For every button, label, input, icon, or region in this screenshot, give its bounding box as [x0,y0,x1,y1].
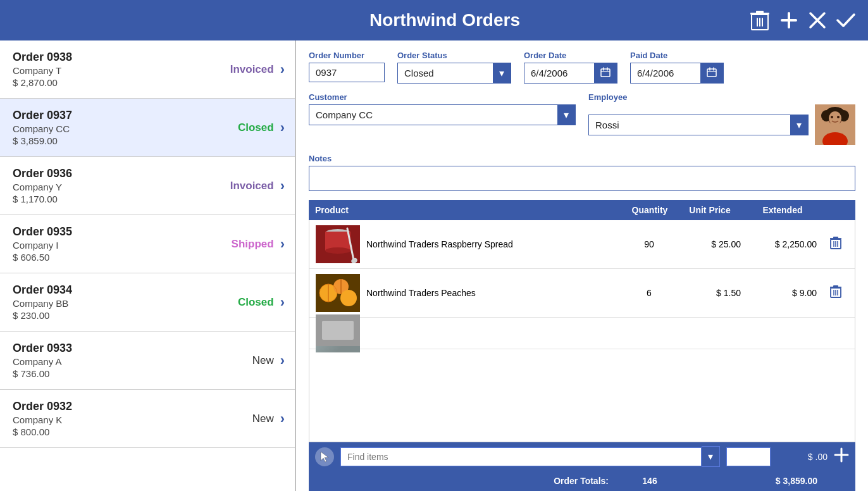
order-status-wrapper: ▾ [397,63,511,84]
chevron-right-icon: › [280,411,285,427]
product-extended: $ 2,250.00 [747,239,823,249]
order-status-dropdown[interactable]: ▾ [493,63,511,83]
order-amount: $ 736.00 [13,368,217,379]
product-quantity: 6 [621,288,678,298]
add-item-row: ▾ $ .00 [309,442,855,471]
chevron-right-icon: › [280,352,285,369]
order-list-item[interactable]: Order 0933 Company A $ 736.00 New › [0,332,295,390]
order-list-item[interactable]: Order 0938 Company T $ 2,870.00 Invoiced… [0,40,295,99]
employee-photo [815,104,855,145]
delete-row-button[interactable] [830,236,841,253]
svg-rect-36 [833,237,838,239]
customer-wrapper: ▾ [309,104,576,125]
customer-input[interactable] [309,106,557,124]
checkmark-icon [836,13,855,28]
find-items-input[interactable] [340,447,702,466]
order-date-input[interactable] [524,64,594,82]
product-quantity: 90 [621,239,678,249]
find-items-dropdown[interactable]: ▾ [702,446,720,467]
find-items-wrapper: ▾ [340,446,720,467]
svg-point-43 [340,290,357,306]
order-amount: $ 1,170.00 [13,194,217,204]
add-item-plus-icon [834,447,849,463]
svg-rect-1 [757,18,758,27]
paid-date-label: Paid Date [630,51,724,60]
notes-input[interactable] [309,166,855,191]
plus-icon [779,11,798,30]
order-company: Company Y [13,182,217,192]
add-qty-input[interactable] [726,447,771,466]
chevron-right-icon: › [280,120,285,136]
order-company: Company A [13,356,217,367]
other-image [316,314,360,346]
x-icon [809,11,826,29]
order-status-input[interactable] [398,64,493,82]
order-company: Company K [13,414,217,425]
employee-avatar [815,104,855,145]
order-list-panel: Order 0938 Company T $ 2,870.00 Invoiced… [0,40,296,491]
product-name: Northwind Traders Raspberry Spread [366,239,621,249]
order-name: Order 0938 [13,51,217,64]
app-header: Northwind Orders [0,0,868,40]
main-layout: Order 0938 Company T $ 2,870.00 Invoiced… [0,40,868,491]
chevron-right-icon: › [280,178,285,194]
delete-button[interactable] [750,9,769,31]
trash-row-icon [830,236,841,250]
cursor-indicator [315,447,334,466]
totals-label: Order Totals: [315,476,621,486]
svg-rect-54 [322,321,354,340]
order-date-calendar[interactable] [594,63,617,83]
app-title: Northwind Orders [139,10,750,30]
products-table-header: Product Quantity Unit Price Extended [309,200,855,220]
order-amount: $ 800.00 [13,426,217,437]
col-quantity-header: Quantity [621,205,678,215]
employee-field: Employee ▾ [588,92,855,145]
paid-date-calendar[interactable] [700,63,723,83]
cancel-button[interactable] [809,11,826,29]
col-product-header: Product [315,205,621,215]
order-company: Company I [13,240,217,251]
order-number-field: Order Number [309,51,385,84]
order-list-item[interactable]: Order 0934 Company BB $ 230.00 Closed › [0,273,295,332]
product-thumbnail-raspberry [316,225,360,263]
order-list-item[interactable]: Order 0937 Company CC $ 3,859.00 Closed … [0,99,295,157]
order-name: Order 0937 [13,109,217,122]
order-number-input[interactable] [309,63,385,82]
add-item-button[interactable] [834,447,849,467]
cursor-icon [319,451,330,463]
order-name: Order 0935 [13,225,217,239]
order-status: New [217,413,274,425]
svg-rect-49 [833,285,838,287]
employee-dropdown[interactable]: ▾ [790,115,808,135]
totals-amount: $ 3,859.00 [748,476,824,486]
add-price-display: $ .00 [777,452,828,462]
order-status: Invoiced [217,63,274,76]
svg-rect-2 [759,18,760,27]
confirm-button[interactable] [836,13,855,28]
peaches-image [316,274,360,312]
order-date-wrapper [524,63,617,84]
order-list-item[interactable]: Order 0935 Company I $ 606.50 Shipped › [0,215,295,273]
customer-field: Customer ▾ [309,92,576,145]
svg-rect-7 [781,19,797,22]
order-list-item[interactable]: Order 0936 Company Y $ 1,170.00 Invoiced… [0,157,295,215]
order-status: New [217,354,274,367]
order-status: Closed [217,121,274,134]
order-list-item[interactable]: Order 0932 Company K $ 800.00 New › [0,390,295,448]
order-name: Order 0936 [13,167,217,180]
paid-date-field: Paid Date [630,51,724,84]
paid-date-input[interactable] [631,64,700,82]
customer-dropdown[interactable]: ▾ [557,105,575,125]
svg-point-27 [837,116,840,118]
svg-rect-10 [601,69,610,77]
form-row-2: Customer ▾ Employee ▾ [309,92,855,145]
add-button[interactable] [779,11,798,30]
trash-icon [750,9,769,31]
svg-rect-25 [832,123,838,130]
employee-input[interactable] [589,116,790,134]
product-delete [823,236,848,253]
employee-wrapper: ▾ [588,115,809,135]
delete-row-button-2[interactable] [830,285,841,302]
order-info: Order 0936 Company Y $ 1,170.00 [13,167,217,204]
order-number-label: Order Number [309,51,385,60]
